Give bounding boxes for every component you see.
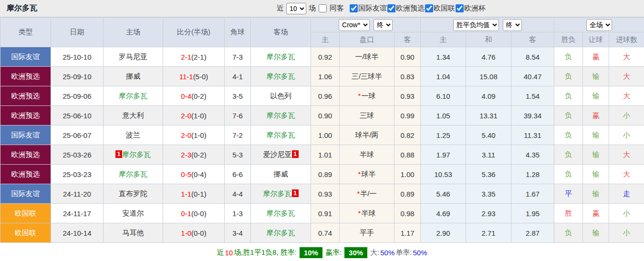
goals-result-cell: 大 (609, 47, 644, 67)
result-cell: 负 (554, 145, 583, 165)
filter-checkbox[interactable] (387, 4, 395, 12)
half-time-score: (0-1) (191, 190, 207, 198)
col-header-ah-away: 客 (395, 32, 421, 47)
full-time-score: 0-5 (181, 170, 191, 178)
handicap-result-cell: 输 (583, 125, 609, 145)
score-cell: 2-1(2-1) (163, 47, 225, 67)
date-cell: 25-09-06 (51, 86, 104, 106)
col-header-corner: 角球 (225, 18, 251, 47)
avg-away-odds-cell: 1.95 (511, 204, 554, 223)
result-cell: 负 (554, 86, 583, 106)
result-cell: 胜 (554, 204, 583, 223)
red-card-badge: 1 (115, 150, 122, 158)
bookmaker-select[interactable]: Crow* (339, 19, 370, 31)
handicap-away-odds-cell: 0.98 (395, 204, 421, 223)
col-header-avg-home: 主 (421, 32, 466, 47)
match-history-table: 类型 日期 主场 比分(半场) 角球 客场 Crow*终 胜平负均值终 全场 主… (0, 17, 644, 243)
away-team-cell: 摩尔多瓦 (251, 67, 311, 86)
filter-label: 欧洲预选 (396, 4, 425, 13)
date-cell: 25-09-10 (51, 67, 104, 86)
handicap-away-odds-cell: 0.82 (395, 125, 421, 145)
type-badge-cell: 欧洲预选 (0, 165, 51, 184)
half-time-score: (0-2) (191, 151, 207, 159)
type-badge-cell: 欧国联 (0, 223, 51, 243)
handicap-home-odds-cell: 0.74 (311, 223, 340, 243)
handicap-line-cell: 平手 (340, 223, 395, 243)
games-count-select[interactable]: 10 (286, 3, 306, 14)
avg-draw-odds-cell: 15.08 (466, 67, 511, 86)
handicap-line: 三球 (360, 111, 374, 119)
team-name: 罗马尼亚 (119, 52, 147, 61)
avg-away-odds-cell: 4.35 (511, 145, 554, 165)
summary-segment: 10 (225, 249, 233, 257)
goals-result-cell: 小 (609, 125, 644, 145)
handicap-line: 半球 (361, 209, 375, 217)
avg-away-odds-cell: 39.34 (511, 106, 554, 125)
handicap-home-odds-cell: 0.89 (311, 165, 340, 184)
team-name: 意大利 (123, 111, 144, 119)
date-cell: 25-06-07 (51, 125, 104, 145)
avg-draw-odds-cell: 5.36 (466, 165, 511, 184)
away-team-cell: 摩尔多瓦 (251, 106, 311, 125)
team-name: 安道尔 (123, 209, 144, 217)
handicap-home-odds-cell: 0.90 (311, 106, 340, 125)
handicap-line: 三/三球半 (352, 72, 382, 80)
avg-away-odds-cell: 1.28 (511, 165, 554, 184)
corner-cell: 5-3 (225, 145, 251, 165)
score-cell: 1-1(0-1) (163, 184, 225, 204)
corner-cell: 3-5 (225, 86, 251, 106)
team-name: 摩尔多瓦 (263, 189, 292, 198)
filter-国际友谊[interactable]: 国际友谊 (349, 4, 387, 13)
odds-group-header: 胜平负均值终 (421, 18, 554, 32)
filter-label: 欧国联 (434, 4, 455, 13)
table-row: 国际友谊24-11-20直布罗陀1-1(0-1)4-4摩尔多瓦10.93*半/一… (0, 184, 644, 204)
filter-checkbox[interactable] (456, 4, 464, 12)
home-team-cell: 直布罗陀 (104, 184, 163, 204)
handicap-line-cell: 三球 (340, 106, 395, 125)
filter-checkbox[interactable] (425, 4, 433, 12)
filter-欧洲预选[interactable]: 欧洲预选 (387, 4, 425, 13)
handicap-away-odds-cell: 0.89 (395, 184, 421, 204)
corner-cell: 7-2 (225, 125, 251, 145)
corner-cell: 4-4 (225, 184, 251, 204)
full-time-score: 1-0 (181, 229, 191, 237)
avg-away-odds-cell: 2.87 (511, 223, 554, 243)
filter-欧国联[interactable]: 欧国联 (425, 4, 455, 13)
handicap-star: * (358, 209, 361, 217)
filter-欧洲杯[interactable]: 欧洲杯 (455, 4, 486, 13)
result-cell: 负 (554, 47, 583, 67)
away-team-cell: 摩尔多瓦 (251, 125, 311, 145)
summary-segment: 50% (413, 249, 427, 257)
top-bar: 摩尔多瓦 近 10 场 同客 国际友谊欧洲预选欧国联欧洲杯 (0, 0, 644, 17)
handicap-line-cell: 一/球半 (340, 47, 395, 67)
same-away-checkbox[interactable] (319, 4, 327, 12)
handicap-home-odds-cell: 0.93 (311, 184, 340, 204)
score-cell: 2-0(1-0) (163, 106, 225, 125)
avg-away-odds-cell: 40.47 (511, 67, 554, 86)
handicap-away-odds-cell: 0.90 (395, 47, 421, 67)
avg-home-odds-cell: 10.53 (421, 165, 466, 184)
corner-cell: 6-6 (225, 165, 251, 184)
competition-filters: 国际友谊欧洲预选欧国联欧洲杯 (349, 4, 486, 13)
handicap-line-cell: 三/三球半 (340, 67, 395, 86)
filter-controls: 近 10 场 同客 国际友谊欧洲预选欧国联欧洲杯 (277, 3, 486, 14)
avg-away-odds-cell: 1.67 (511, 184, 554, 204)
bookmaker-time-select[interactable]: 终 (374, 19, 393, 31)
score-cell: 11-1(5-0) (163, 67, 225, 86)
odds-time-select[interactable]: 终 (503, 19, 522, 31)
odds-type-select[interactable]: 胜平负均值 (453, 19, 499, 31)
team-name: 摩尔多瓦 (267, 229, 295, 237)
team-name: 马耳他 (123, 229, 144, 237)
same-away-label: 同客 (330, 4, 344, 13)
handicap-star: * (358, 170, 361, 178)
col-header-result: 胜负 (554, 32, 583, 47)
avg-home-odds-cell: 1.34 (421, 47, 466, 67)
handicap-home-odds-cell: 1.00 (311, 125, 340, 145)
filter-checkbox[interactable] (350, 4, 358, 12)
date-cell: 25-03-26 (51, 145, 104, 165)
goals-result-cell: 小 (609, 223, 644, 243)
avg-home-odds-cell: 6.10 (421, 86, 466, 106)
corner-cell: 7-6 (225, 106, 251, 125)
period-select[interactable]: 全场 (586, 19, 612, 31)
summary-segment: 赢率: (325, 248, 342, 257)
